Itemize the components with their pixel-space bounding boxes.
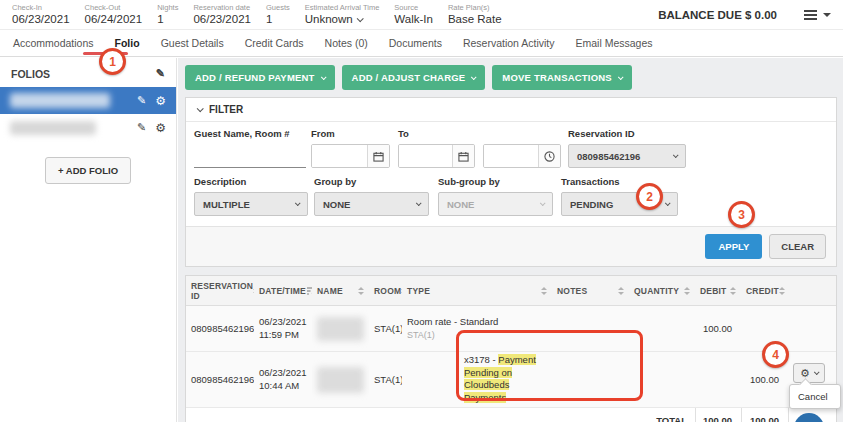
reservation-id-label: Reservation ID	[568, 128, 686, 139]
tab-credit-cards[interactable]: Credit Cards	[245, 37, 304, 49]
to-label: To	[398, 128, 475, 139]
pencil-icon[interactable]: ✎	[137, 94, 146, 107]
sort-icon[interactable]	[684, 287, 690, 295]
caret-down-icon	[823, 13, 831, 17]
from-label: From	[311, 128, 390, 139]
folio-item-selected[interactable]: ✎ ⚙	[0, 87, 176, 114]
tab-notes[interactable]: Notes (0)	[325, 37, 368, 49]
guest-name-input[interactable]	[194, 144, 306, 168]
calendar-icon[interactable]	[452, 145, 474, 167]
field-source: Source Walk-In	[394, 4, 433, 26]
col-label: ROOM	[374, 286, 401, 296]
folios-title: FOLIOS	[11, 68, 50, 80]
sub-group-by-field: Sub-group by NONE	[438, 176, 553, 216]
col-label: TYPE	[407, 286, 430, 296]
field-estimated-arrival: Estimated Arrival Time Unknown	[305, 4, 380, 26]
col-notes[interactable]: NOTES	[552, 276, 629, 305]
col-credit[interactable]: CREDIT	[741, 276, 788, 305]
transaction-type-sub: STA(1)	[407, 329, 498, 341]
sort-icon[interactable]	[618, 287, 624, 295]
transaction-actions-button[interactable]: ⚙	[793, 363, 825, 383]
add-adjust-charge-button[interactable]: ADD / ADJUST CHARGE	[342, 65, 486, 90]
pencil-icon[interactable]: ✎	[137, 121, 146, 134]
rate-plans-value: Base Rate	[448, 13, 502, 26]
chevron-down-icon	[814, 369, 820, 375]
filter-collapse-header[interactable]: FILTER	[186, 98, 836, 122]
table-row: 080985462196 06/23/2021 11:59 PM STA(1) …	[186, 306, 836, 352]
cell-datetime: 06/23/2021 11:59 PM	[254, 306, 312, 351]
tab-documents[interactable]: Documents	[389, 37, 442, 49]
transaction-type: Room rate - Standard	[407, 316, 498, 329]
reservation-id-select[interactable]: 080985462196	[568, 144, 686, 168]
folio-action-buttons: ADD / REFUND PAYMENT ADD / ADJUST CHARGE…	[185, 65, 843, 90]
col-datetime[interactable]: DATE/TIME	[254, 276, 312, 305]
guest-name-redacted	[317, 367, 364, 393]
filter-title: FILTER	[209, 104, 243, 115]
reservation-menu-button[interactable]	[804, 10, 831, 20]
calendar-icon[interactable]	[367, 145, 389, 167]
gear-icon[interactable]: ⚙	[155, 94, 166, 108]
cell-quantity	[629, 352, 695, 407]
chevron-down-icon	[618, 74, 624, 80]
hamburger-menu-icon	[804, 10, 817, 20]
chevron-down-icon	[540, 200, 546, 206]
col-quantity[interactable]: QUANTITY	[629, 276, 695, 305]
tab-reservation-activity[interactable]: Reservation Activity	[463, 37, 555, 49]
table-header-row: RESERVATION ID DATE/TIME NAME ROOM TYPE …	[186, 276, 836, 306]
estimated-arrival-label: Estimated Arrival Time	[305, 4, 380, 12]
sort-icon[interactable]	[779, 287, 785, 295]
sort-icon[interactable]	[358, 287, 364, 295]
time-field: .	[483, 128, 561, 168]
folio-item[interactable]: ✎ ⚙	[0, 114, 176, 141]
gear-icon[interactable]: ⚙	[155, 121, 166, 135]
field-check-out: Check-Out 06/24/2021	[85, 4, 143, 26]
col-debit[interactable]: DEBIT	[695, 276, 741, 305]
nights-label: Nights	[157, 4, 178, 12]
cell-datetime: 06/23/2021 10:44 AM	[254, 352, 312, 407]
table-row: 080985462196 06/23/2021 10:44 AM STA(1) …	[186, 352, 836, 408]
add-refund-payment-button[interactable]: ADD / REFUND PAYMENT	[185, 65, 335, 90]
col-room[interactable]: ROOM	[369, 276, 402, 305]
add-adjust-charge-label: ADD / ADJUST CHARGE	[352, 72, 466, 83]
cell-reservation-id: 080985462196	[186, 306, 254, 351]
col-name[interactable]: NAME	[312, 276, 369, 305]
tab-accommodations[interactable]: Accommodations	[13, 37, 94, 49]
col-type[interactable]: TYPE	[402, 276, 552, 305]
estimated-arrival-dropdown[interactable]: Unknown	[305, 13, 380, 26]
clear-button[interactable]: CLEAR	[769, 234, 826, 259]
col-reservation-id[interactable]: RESERVATION ID	[186, 276, 254, 305]
to-date-input[interactable]	[399, 145, 452, 167]
clock-icon[interactable]	[538, 145, 560, 167]
filter-footer: APPLY CLEAR	[186, 226, 836, 266]
guest-name-redacted	[10, 121, 96, 135]
annotation-step-3: 3	[728, 201, 755, 228]
move-transactions-button[interactable]: MOVE TRANSACTIONS	[492, 65, 632, 90]
reservation-date-value: 06/23/2021	[193, 13, 251, 26]
description-select[interactable]: MULTIPLE	[194, 192, 308, 216]
chevron-down-icon	[471, 74, 477, 80]
total-label: TOTAL	[629, 408, 695, 422]
total-credit: 100.00	[741, 408, 788, 422]
description-label: Description	[194, 176, 308, 187]
annotation-step-1: 1	[99, 48, 126, 75]
nights-value: 1	[157, 13, 178, 26]
group-by-select[interactable]: NONE	[314, 192, 429, 216]
cell-room: STA(1)	[369, 306, 402, 351]
estimated-arrival-value: Unknown	[305, 13, 353, 26]
tab-email-messages[interactable]: Email Messages	[576, 37, 653, 49]
from-date-input[interactable]	[312, 145, 367, 167]
to-date-field: To	[398, 128, 475, 168]
add-folio-button[interactable]: + ADD FOLIO	[45, 157, 131, 184]
guests-label: Guests	[266, 4, 290, 12]
cancel-menu-item[interactable]: Cancel	[790, 385, 840, 408]
sort-icon[interactable]	[541, 287, 547, 295]
time-input[interactable]	[484, 145, 538, 167]
sort-icon[interactable]	[730, 287, 736, 295]
apply-button[interactable]: APPLY	[705, 234, 762, 259]
tab-folio[interactable]: Folio	[115, 37, 140, 49]
pencil-icon[interactable]: ✎	[156, 67, 165, 80]
reservation-id-field: Reservation ID 080985462196	[568, 128, 686, 168]
col-actions	[788, 276, 836, 305]
description-field: Description MULTIPLE	[194, 176, 308, 216]
tab-guest-details[interactable]: Guest Details	[161, 37, 224, 49]
